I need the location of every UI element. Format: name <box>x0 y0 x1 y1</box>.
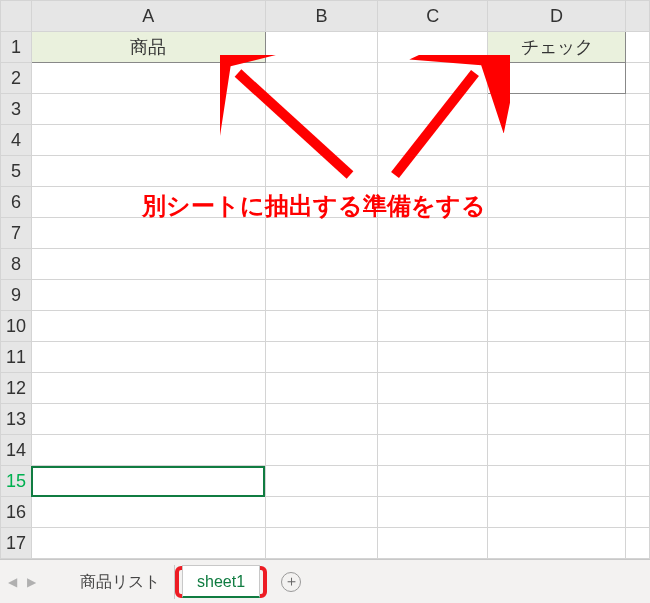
row-header-8[interactable]: 8 <box>1 249 32 280</box>
cell-B2[interactable] <box>265 63 378 94</box>
row-header-4[interactable]: 4 <box>1 125 32 156</box>
row-header-5[interactable]: 5 <box>1 156 32 187</box>
select-all-corner[interactable] <box>1 1 32 32</box>
cell-C7[interactable] <box>378 218 488 249</box>
cell-B16[interactable] <box>265 497 378 528</box>
cell-E4[interactable] <box>626 125 650 156</box>
col-header-B[interactable]: B <box>265 1 378 32</box>
cell-B11[interactable] <box>265 342 378 373</box>
cell-E15[interactable] <box>626 466 650 497</box>
cell-B15[interactable] <box>265 466 378 497</box>
cell-D5[interactable] <box>488 156 626 187</box>
cell-D16[interactable] <box>488 497 626 528</box>
cell-B14[interactable] <box>265 435 378 466</box>
cell-C4[interactable] <box>378 125 488 156</box>
tab-nav-next-icon[interactable]: ▶ <box>27 575 36 589</box>
cell-D10[interactable] <box>488 311 626 342</box>
cell-D17[interactable] <box>488 528 626 559</box>
cell-A9[interactable] <box>31 280 265 311</box>
row-header-1[interactable]: 1 <box>1 32 32 63</box>
cell-A8[interactable] <box>31 249 265 280</box>
cell-B9[interactable] <box>265 280 378 311</box>
cell-A4[interactable] <box>31 125 265 156</box>
row-header-16[interactable]: 16 <box>1 497 32 528</box>
cell-A10[interactable] <box>31 311 265 342</box>
cell-E1[interactable] <box>626 32 650 63</box>
cell-D9[interactable] <box>488 280 626 311</box>
tab-product-list[interactable]: 商品リスト <box>66 565 175 599</box>
cell-D7[interactable] <box>488 218 626 249</box>
cell-A1[interactable]: 商品 <box>31 32 265 63</box>
cell-A6[interactable] <box>31 187 265 218</box>
cell-A12[interactable] <box>31 373 265 404</box>
row-header-3[interactable]: 3 <box>1 94 32 125</box>
cell-C6[interactable] <box>378 187 488 218</box>
row-header-2[interactable]: 2 <box>1 63 32 94</box>
cell-E3[interactable] <box>626 94 650 125</box>
cell-A16[interactable] <box>31 497 265 528</box>
cell-A2[interactable] <box>31 63 265 94</box>
cell-D13[interactable] <box>488 404 626 435</box>
row-header-15[interactable]: 15 <box>1 466 32 497</box>
cell-A3[interactable] <box>31 94 265 125</box>
cell-A17[interactable] <box>31 528 265 559</box>
cell-E17[interactable] <box>626 528 650 559</box>
cell-E14[interactable] <box>626 435 650 466</box>
cell-C8[interactable] <box>378 249 488 280</box>
col-header-A[interactable]: A <box>31 1 265 32</box>
cell-D11[interactable] <box>488 342 626 373</box>
cell-C3[interactable] <box>378 94 488 125</box>
cell-C9[interactable] <box>378 280 488 311</box>
cell-B8[interactable] <box>265 249 378 280</box>
cell-D4[interactable] <box>488 125 626 156</box>
cell-A15[interactable] <box>31 466 265 497</box>
cell-C12[interactable] <box>378 373 488 404</box>
cell-D6[interactable] <box>488 187 626 218</box>
cell-E5[interactable] <box>626 156 650 187</box>
cell-C1[interactable] <box>378 32 488 63</box>
cell-C10[interactable] <box>378 311 488 342</box>
cell-B10[interactable] <box>265 311 378 342</box>
cell-E13[interactable] <box>626 404 650 435</box>
row-header-13[interactable]: 13 <box>1 404 32 435</box>
cell-E10[interactable] <box>626 311 650 342</box>
cell-B5[interactable] <box>265 156 378 187</box>
cell-A11[interactable] <box>31 342 265 373</box>
cell-C13[interactable] <box>378 404 488 435</box>
cell-D8[interactable] <box>488 249 626 280</box>
cell-C11[interactable] <box>378 342 488 373</box>
cell-B7[interactable] <box>265 218 378 249</box>
cell-E9[interactable] <box>626 280 650 311</box>
cell-C2[interactable] <box>378 63 488 94</box>
spreadsheet-grid[interactable]: A B C D 1 商品 チェック 2 3 4 5 6 7 8 9 10 11 … <box>0 0 650 559</box>
cell-B13[interactable] <box>265 404 378 435</box>
cell-D15[interactable] <box>488 466 626 497</box>
cell-C14[interactable] <box>378 435 488 466</box>
cell-A14[interactable] <box>31 435 265 466</box>
cell-B3[interactable] <box>265 94 378 125</box>
cell-C16[interactable] <box>378 497 488 528</box>
cell-B4[interactable] <box>265 125 378 156</box>
tab-sheet1[interactable]: sheet1 <box>182 565 260 598</box>
col-header-D[interactable]: D <box>488 1 626 32</box>
cell-D14[interactable] <box>488 435 626 466</box>
cell-E12[interactable] <box>626 373 650 404</box>
cell-E16[interactable] <box>626 497 650 528</box>
cell-D1[interactable]: チェック <box>488 32 626 63</box>
cell-C5[interactable] <box>378 156 488 187</box>
cell-A13[interactable] <box>31 404 265 435</box>
col-header-C[interactable]: C <box>378 1 488 32</box>
cell-D12[interactable] <box>488 373 626 404</box>
cell-B17[interactable] <box>265 528 378 559</box>
row-header-14[interactable]: 14 <box>1 435 32 466</box>
cell-C15[interactable] <box>378 466 488 497</box>
cell-B12[interactable] <box>265 373 378 404</box>
cell-D3[interactable] <box>488 94 626 125</box>
add-sheet-button[interactable]: ＋ <box>281 572 301 592</box>
cell-C17[interactable] <box>378 528 488 559</box>
cell-E2[interactable] <box>626 63 650 94</box>
row-header-17[interactable]: 17 <box>1 528 32 559</box>
cell-A5[interactable] <box>31 156 265 187</box>
row-header-6[interactable]: 6 <box>1 187 32 218</box>
cell-D2[interactable] <box>488 63 626 94</box>
